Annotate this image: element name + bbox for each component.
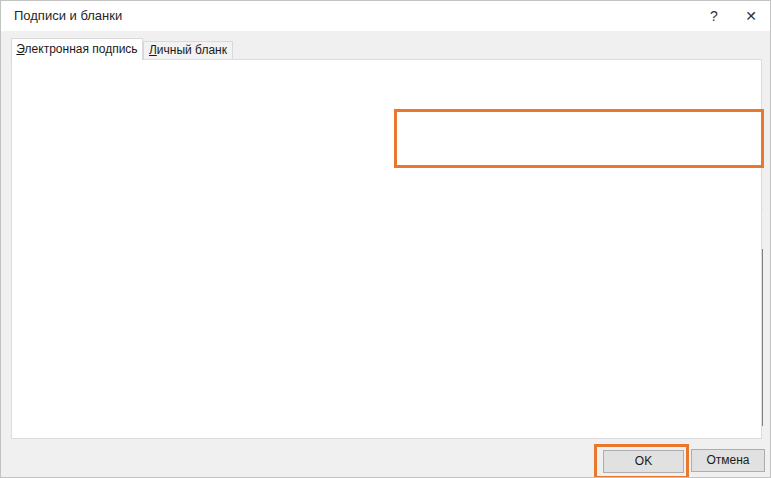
cancel-button[interactable]: Отмена [691,449,765,472]
title-bar: Подписи и бланки ? ✕ [1,1,771,31]
tab-personal-stationery[interactable]: Личный бланк [143,41,233,59]
dialog-title: Подписи и бланки [14,1,122,31]
tab-electronic-signature[interactable]: Электронная подпись [11,38,143,60]
close-icon[interactable]: ✕ [732,1,770,31]
help-button[interactable]: ? [696,1,732,31]
signatures-dialog: Подписи и бланки ? ✕ Электронная подпись… [0,0,771,478]
tab-page [11,59,762,439]
ok-button[interactable]: OK [603,450,684,473]
